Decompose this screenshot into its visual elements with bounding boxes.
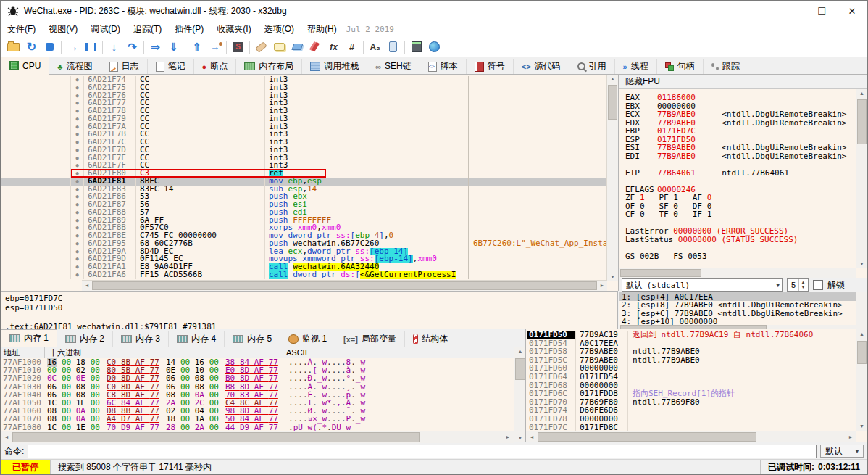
stack-row[interactable]: 0171FD54A0C17EEA <box>527 339 856 348</box>
patches-icon[interactable] <box>252 38 270 55</box>
tab-内存布局[interactable]: 内存布局 <box>236 59 302 74</box>
step-over-icon[interactable]: ↷ <box>123 38 141 55</box>
dump-vertical-scrollbar[interactable]: ▲ ▼ <box>514 347 526 442</box>
menu-视图(V)[interactable]: 视图(V) <box>42 21 84 38</box>
scroll-left-icon[interactable]: ◄ <box>83 283 91 288</box>
tab-源代码[interactable]: <>源代码 <box>514 59 569 74</box>
stack-row[interactable]: 0171FD7C0171FD8C <box>527 424 856 431</box>
argument-count-stepper[interactable]: 5 ▲▼ <box>787 278 809 292</box>
command-scope-select[interactable]: 默认 ▼ <box>820 445 864 458</box>
tab-句柄[interactable]: 句柄 <box>657 59 704 74</box>
comments-icon[interactable] <box>270 38 288 55</box>
tab-断点[interactable]: ●断点 <box>194 59 237 74</box>
topmost-icon[interactable] <box>384 38 402 55</box>
tab-脚本[interactable]: 脚本 <box>420 59 467 74</box>
pause-icon[interactable] <box>82 38 100 55</box>
scroll-right-icon[interactable]: ► <box>598 283 606 288</box>
tab-日志[interactable]: 日志 <box>101 59 148 74</box>
menu-插件(P)[interactable]: 插件(P) <box>168 21 210 38</box>
toolbar-separator <box>249 41 250 54</box>
stepper-arrows-icon[interactable]: ▲▼ <box>798 279 807 291</box>
close-button[interactable]: ✕ <box>837 1 867 21</box>
step-out-icon[interactable]: ⇑ <box>188 38 206 55</box>
functions-icon[interactable]: fx <box>325 38 343 55</box>
about-icon[interactable] <box>425 38 443 55</box>
labels-icon[interactable] <box>288 38 306 55</box>
tab-内存 4[interactable]: 内存 4 <box>169 331 225 347</box>
minimize-button[interactable]: — <box>776 1 806 21</box>
disassembly-horizontal-scrollbar[interactable]: ◄ ► <box>82 280 607 291</box>
menu-选项(O)[interactable]: 选项(O) <box>258 21 301 38</box>
disassembly-vertical-scrollbar[interactable]: ▲ ▼ <box>606 75 618 281</box>
tab-引用[interactable]: 引用 <box>569 59 615 74</box>
stack-row[interactable]: 0171FD640171FD54 <box>527 373 856 381</box>
tab-结构体[interactable]: 结构体 <box>405 331 456 347</box>
preferences-icon[interactable]: A₂ <box>366 38 384 55</box>
menu-文件(F)[interactable]: 文件(F) <box>1 21 42 38</box>
bookmarks-icon[interactable] <box>306 38 325 55</box>
tab-符号[interactable]: 符号 <box>467 59 514 74</box>
tab-label: 断点 <box>210 60 228 73</box>
register-row[interactable]: EIP77B64061 ntdll.77B64061 <box>619 169 856 178</box>
dump-row[interactable]: 77AF10801C 00 1E 0070 D9 AF 7728 00 2A 0… <box>1 424 514 431</box>
stop-icon[interactable] <box>41 38 59 55</box>
attach-icon[interactable]: → <box>206 38 224 55</box>
register-row[interactable]: CF 0 TF 0 IF 1 <box>619 210 856 219</box>
restart-icon[interactable]: ↻ <box>22 38 41 55</box>
menu-收藏夹(I)[interactable]: 收藏夹(I) <box>210 21 257 38</box>
stack-row[interactable]: 0171FD6000000000 <box>527 364 856 373</box>
disasm-row[interactable]: ●6AD21FA6FF15 ACD5566Bcall dword ptr ds:… <box>1 271 606 279</box>
dump-horizontal-scrollbar[interactable]: ◄ ► <box>1 431 514 443</box>
stack-row[interactable]: 0171FD5877B9ABE0ntdll.77B9ABE0 <box>527 347 856 356</box>
scroll-down-icon[interactable]: ▼ <box>607 274 618 279</box>
tab-CPU[interactable]: CPU <box>1 57 49 75</box>
register-row[interactable]: LastStatus 00000000 (STATUS_SUCCESS) <box>619 236 856 244</box>
open-file-icon[interactable] <box>4 38 22 55</box>
tab-调用堆栈[interactable]: 调用堆栈 <box>302 59 367 74</box>
execute-till-return-icon[interactable]: ⇒ <box>146 38 164 55</box>
calling-convention-select[interactable]: 默认 (stdcall) ▼ <box>622 278 783 292</box>
registers-horizontal-scrollbar[interactable] <box>619 268 856 278</box>
calculator-icon[interactable] <box>407 38 425 55</box>
tab-流程图[interactable]: ♣流程图 <box>49 59 101 74</box>
hide-fpu-button[interactable]: 隐藏FPU <box>619 75 867 89</box>
stack-row[interactable]: 0171FD7077B69F80ntdll.77B69F80 <box>527 398 856 407</box>
tab-内存 5[interactable]: 内存 5 <box>225 331 280 347</box>
tab-笔记[interactable]: 笔记 <box>148 59 194 74</box>
stack-vertical-scrollbar[interactable]: ▲ ▼ <box>856 329 867 431</box>
register-row[interactable]: EDX77B9ABE0 <ntdll.DbgUiRemoteBreakin> <box>619 119 856 128</box>
register-row[interactable]: EAX01186000 <box>619 94 856 102</box>
register-row[interactable]: EBP0171FD7C <box>619 127 856 136</box>
stack-horizontal-scrollbar[interactable]: ◄ ► <box>526 431 856 442</box>
tab-SEH链[interactable]: ∞SEH链 <box>367 59 420 74</box>
registers-vertical-scrollbar[interactable]: ▲ ▼ <box>856 89 867 268</box>
stack-row[interactable]: 0171FD5077B9AC19返回到 ntdll.77B9AC19 自 ntd… <box>527 331 856 339</box>
menu-追踪(T)[interactable]: 追踪(T) <box>127 21 168 38</box>
maximize-button[interactable]: ☐ <box>806 1 837 21</box>
register-row[interactable]: EDI77B9ABE0 <ntdll.DbgUiRemoteBreakin> <box>619 152 856 161</box>
unlock-checkbox[interactable] <box>813 280 823 290</box>
scylla-icon[interactable]: S <box>229 38 247 55</box>
tab-内存 2[interactable]: 内存 2 <box>57 331 113 347</box>
menu-调试(D)[interactable]: 调试(D) <box>84 21 127 38</box>
step-into-icon[interactable]: ↓ <box>105 38 123 55</box>
tab-内存 1[interactable]: 内存 1 <box>1 329 57 347</box>
stack-row[interactable]: 0171FD5C77B9ABE0ntdll.77B9ABE0 <box>527 356 856 365</box>
scroll-up-icon[interactable]: ▲ <box>607 76 618 81</box>
tab-监视 1[interactable]: 监视 1 <box>280 331 335 347</box>
register-row[interactable]: GS 002B FS 0053 <box>619 252 856 261</box>
tab-线程[interactable]: »线程 <box>615 59 657 74</box>
run-icon[interactable]: → <box>64 38 82 55</box>
tab-内存 3[interactable]: 内存 3 <box>113 331 169 347</box>
toolbar-separator <box>404 41 405 54</box>
stack-row[interactable]: 0171FD74D60FE6D6 <box>527 406 856 415</box>
stack-row[interactable]: 0171FD7800000000 <box>527 415 856 424</box>
command-input[interactable] <box>28 445 817 458</box>
stack-row[interactable]: 0171FD6800000000 <box>527 381 856 390</box>
tab-跟踪[interactable]: 跟踪 <box>704 59 748 74</box>
stack-row[interactable]: 0171FD6C0171FDD8指向SEH_Record[1]的指针 <box>527 389 856 398</box>
tab-局部变量[interactable]: [x=]局部变量 <box>335 331 405 347</box>
menu-帮助(H)[interactable]: 帮助(H) <box>301 21 343 38</box>
string-references-icon[interactable]: # <box>343 38 361 55</box>
run-to-user-code-icon[interactable]: ⇓ <box>164 38 183 55</box>
